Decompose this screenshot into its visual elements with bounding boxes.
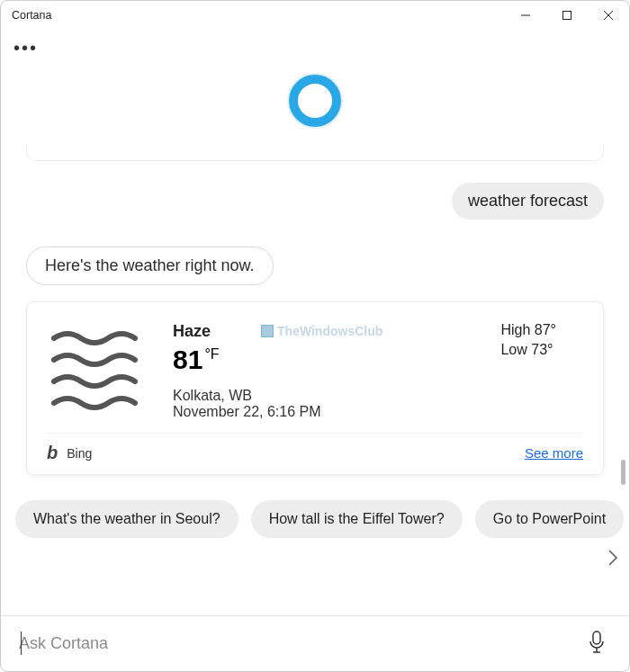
maximize-button[interactable] <box>546 1 588 30</box>
chat-area: weather forecast Here's the weather righ… <box>1 145 629 475</box>
text-caret <box>21 632 22 655</box>
suggestion-pill[interactable]: Go to PowerPoint <box>475 500 624 538</box>
toolbar: ••• <box>1 30 629 66</box>
user-message-row: weather forecast <box>26 183 604 220</box>
svg-rect-4 <box>593 632 600 644</box>
suggestion-row: What's the weather in Seoul? How tall is… <box>1 500 629 538</box>
weather-condition: Haze <box>173 322 321 341</box>
user-bubble-text: weather forecast <box>468 192 588 210</box>
ask-cortana-input[interactable] <box>19 634 582 653</box>
assistant-bubble: Here's the weather right now. <box>26 246 274 285</box>
scrollbar-thumb[interactable] <box>621 460 626 485</box>
weather-high: High 87° <box>500 322 556 338</box>
weather-temp-value: 81 <box>173 345 202 374</box>
previous-card-edge <box>26 145 604 161</box>
cortana-ring-icon <box>289 75 341 127</box>
see-more-link[interactable]: See more <box>525 445 583 461</box>
more-menu-button[interactable]: ••• <box>14 39 38 57</box>
weather-location: Kolkata, WB <box>173 388 321 404</box>
suggestion-pill[interactable]: How tall is the Eiffel Tower? <box>251 500 463 538</box>
haze-icon <box>47 322 155 412</box>
window-title: Cortana <box>12 9 51 22</box>
user-bubble: weather forecast <box>452 183 604 220</box>
bing-icon: b <box>47 443 58 463</box>
provider-label: Bing <box>67 446 92 461</box>
svg-rect-1 <box>563 12 572 20</box>
weather-datetime: November 22, 6:16 PM <box>173 404 321 420</box>
weather-card[interactable]: TheWindowsClub Haze 81°F Kolkata, WB Nov… <box>26 301 604 475</box>
minimize-button[interactable] <box>505 1 546 30</box>
close-button[interactable] <box>588 1 629 30</box>
microphone-button[interactable] <box>582 625 611 663</box>
assistant-bubble-text: Here's the weather right now. <box>45 256 255 274</box>
weather-temperature: 81°F <box>173 345 321 375</box>
weather-temp-unit: °F <box>204 346 219 362</box>
weather-extremes: High 87° Low 73° <box>500 322 583 362</box>
assistant-message-row: Here's the weather right now. <box>26 246 604 285</box>
weather-low: Low 73° <box>500 342 556 358</box>
suggestions-scroll-right[interactable] <box>602 538 624 578</box>
titlebar: Cortana <box>1 1 629 30</box>
suggestion-pill[interactable]: What's the weather in Seoul? <box>15 500 238 538</box>
input-bar <box>1 615 629 671</box>
cortana-logo-wrap <box>1 66 629 145</box>
